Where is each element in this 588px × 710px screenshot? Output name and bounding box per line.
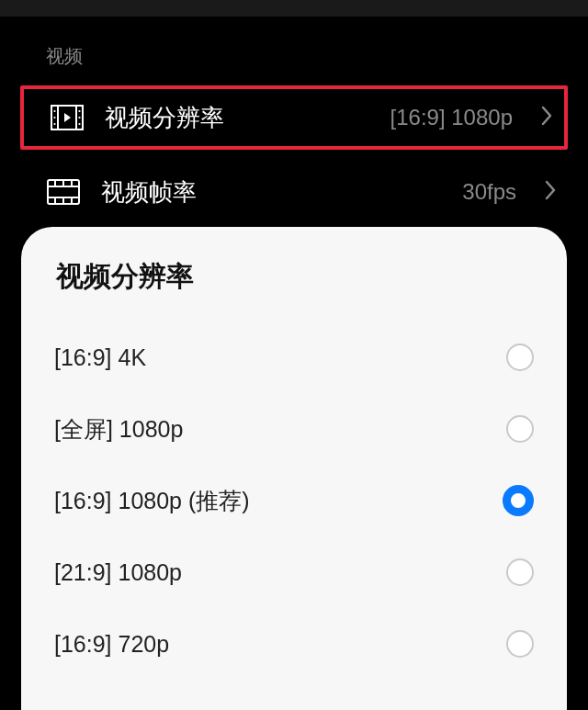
setting-label: 视频分辨率: [105, 102, 370, 134]
svg-point-6: [78, 110, 80, 112]
setting-label: 视频帧率: [101, 176, 442, 208]
video-fps-icon: [46, 178, 81, 206]
resolution-option[interactable]: [全屏] 1080p: [54, 393, 534, 465]
chevron-right-icon: [540, 106, 553, 130]
setting-row-resolution[interactable]: 视频分辨率 [16:9] 1080p: [20, 85, 568, 150]
video-resolution-icon: [50, 104, 85, 131]
setting-row-fps[interactable]: 视频帧率 30fps: [0, 157, 588, 227]
svg-point-3: [53, 110, 55, 112]
setting-value: 30fps: [462, 179, 516, 205]
radio-unselected-icon[interactable]: [506, 415, 534, 443]
svg-point-5: [53, 123, 55, 125]
resolution-picker-sheet: 视频分辨率 [16:9] 4K[全屏] 1080p[16:9] 1080p (推…: [21, 227, 567, 710]
svg-point-4: [53, 117, 55, 118]
section-label-video: 视频: [0, 17, 588, 85]
resolution-option[interactable]: [16:9] 1080p (推荐): [54, 465, 534, 536]
option-label: [16:9] 4K: [54, 344, 146, 371]
resolution-option[interactable]: [21:9] 1080p: [54, 536, 534, 608]
resolution-option[interactable]: [16:9] 4K: [54, 321, 534, 393]
setting-value: [16:9] 1080p: [390, 105, 513, 130]
option-label: [全屏] 1080p: [54, 414, 183, 445]
sheet-title: 视频分辨率: [54, 258, 534, 296]
radio-unselected-icon[interactable]: [506, 344, 534, 371]
status-bar: [0, 0, 588, 17]
option-label: [16:9] 720p: [54, 631, 169, 658]
radio-unselected-icon[interactable]: [506, 558, 534, 586]
option-label: [21:9] 1080p: [54, 559, 182, 586]
chevron-right-icon: [544, 180, 557, 204]
radio-unselected-icon[interactable]: [506, 630, 534, 658]
radio-selected-icon[interactable]: [503, 485, 534, 516]
svg-point-8: [78, 123, 80, 125]
option-label: [16:9] 1080p (推荐): [54, 486, 250, 516]
resolution-option[interactable]: [16:9] 720p: [54, 608, 534, 680]
svg-point-7: [78, 117, 80, 118]
